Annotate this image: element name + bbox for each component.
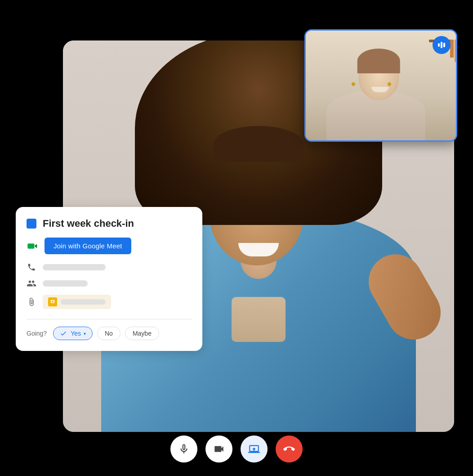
rsvp-yes-button[interactable]: Yes ▾ [53, 327, 93, 340]
phone-detail-placeholder [43, 264, 106, 270]
bottom-controls [170, 436, 303, 463]
slides-icon [48, 297, 57, 306]
end-call-icon [283, 443, 295, 455]
attachment-icon [27, 297, 36, 307]
audio-bar-3 [443, 43, 445, 47]
svg-rect-0 [27, 243, 34, 249]
calendar-color-dot [27, 219, 36, 229]
phone-detail-row [27, 262, 192, 272]
audio-bar-2 [441, 42, 442, 48]
meet-button-row: Join with Google Meet [27, 238, 192, 254]
rsvp-yes-chevron: ▾ [84, 331, 86, 336]
google-meet-icon [27, 240, 39, 252]
pip-video [304, 29, 457, 142]
join-meet-button[interactable]: Join with Google Meet [45, 238, 131, 254]
pip-audio-indicator [433, 36, 451, 54]
audio-bar-1 [438, 43, 440, 47]
rsvp-label: Going? [27, 330, 47, 337]
guests-detail-row [27, 278, 192, 288]
card-divider [27, 319, 192, 319]
rsvp-no-button[interactable]: No [97, 327, 120, 340]
share-screen-icon [248, 443, 260, 455]
audio-bars [438, 42, 445, 48]
share-screen-button[interactable] [241, 436, 268, 463]
guests-icon [27, 278, 36, 288]
card-title: First week check-in [43, 218, 134, 229]
svg-rect-2 [52, 301, 54, 302]
card-title-row: First week check-in [27, 218, 192, 229]
end-call-button[interactable] [276, 436, 303, 463]
phone-icon [27, 262, 36, 272]
scene: First week check-in Join with Google Mee… [0, 0, 473, 476]
guests-detail-placeholder [43, 280, 88, 287]
attachment-file[interactable] [43, 295, 111, 309]
attachment-name-placeholder [61, 299, 106, 305]
camera-button[interactable] [205, 436, 232, 463]
microphone-icon [178, 443, 190, 455]
calendar-card: First week check-in Join with Google Mee… [16, 207, 202, 351]
camera-icon [213, 443, 225, 455]
microphone-button[interactable] [170, 436, 197, 463]
attachment-row [27, 295, 192, 309]
rsvp-maybe-button[interactable]: Maybe [125, 327, 159, 340]
rsvp-row: Going? Yes ▾ No Maybe [27, 327, 192, 340]
